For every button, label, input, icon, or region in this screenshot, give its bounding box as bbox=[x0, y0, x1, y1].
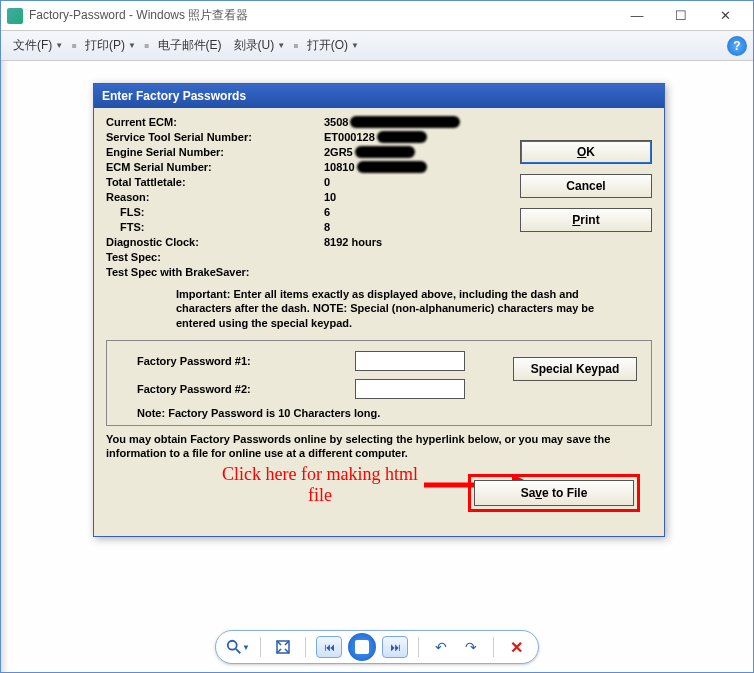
tattletale-value: 0 bbox=[324, 176, 330, 188]
service-tool-value: ET000128 bbox=[324, 131, 427, 143]
fls-label: FLS: bbox=[106, 206, 324, 218]
menu-email[interactable]: 电子邮件(E) bbox=[152, 33, 228, 58]
info-area: Current ECM:3508 Service Tool Serial Num… bbox=[106, 116, 652, 278]
fit-button[interactable] bbox=[271, 635, 295, 659]
menu-burn[interactable]: 刻录(U) ▼ bbox=[228, 33, 292, 58]
prev-button[interactable]: ⏮ bbox=[316, 636, 342, 658]
menu-file[interactable]: 文件(F) ▼ bbox=[7, 33, 69, 58]
app-icon bbox=[7, 8, 23, 24]
diag-clock-value: 8192 hours bbox=[324, 236, 382, 248]
zoom-button[interactable]: ▼ bbox=[226, 635, 250, 659]
password2-label: Factory Password #2: bbox=[121, 383, 355, 395]
toolbar-separator bbox=[418, 637, 419, 657]
ok-button[interactable]: OK bbox=[520, 140, 652, 164]
svg-line-3 bbox=[236, 649, 240, 653]
delete-button[interactable]: ✕ bbox=[504, 635, 528, 659]
skip-next-icon: ⏭ bbox=[390, 641, 401, 653]
dialog-body: Current ECM:3508 Service Tool Serial Num… bbox=[94, 108, 664, 536]
menu-open[interactable]: 打开(O) ▼ bbox=[301, 33, 365, 58]
test-spec-label: Test Spec: bbox=[106, 251, 324, 263]
fit-icon bbox=[275, 639, 291, 655]
fts-value: 8 bbox=[324, 221, 330, 233]
reason-label: Reason: bbox=[106, 191, 324, 203]
current-ecm-value: 3508 bbox=[324, 116, 460, 128]
current-ecm-label: Current ECM: bbox=[106, 116, 324, 128]
viewer-toolbar: ▼ ⏮ ⏭ ↶ ↷ ✕ bbox=[215, 630, 539, 664]
maximize-button[interactable]: ☐ bbox=[659, 2, 703, 30]
important-note: Important: Enter all items exactly as di… bbox=[106, 281, 652, 336]
password1-label: Factory Password #1: bbox=[121, 355, 355, 367]
redacted bbox=[350, 116, 460, 128]
redacted bbox=[357, 161, 427, 173]
test-spec-bs-label: Test Spec with BrakeSaver: bbox=[106, 266, 406, 278]
password-box: Factory Password #1: Factory Password #2… bbox=[106, 340, 652, 426]
svg-point-2 bbox=[228, 641, 237, 650]
menu-separator: ▪ bbox=[144, 37, 150, 55]
toolbar-separator bbox=[493, 637, 494, 657]
chevron-down-icon: ▼ bbox=[55, 41, 63, 50]
save-to-file-highlight: Save to File bbox=[468, 474, 640, 512]
save-to-file-button[interactable]: Save to File bbox=[474, 480, 634, 506]
chevron-down-icon: ▼ bbox=[351, 41, 359, 50]
password-note: Note: Factory Password is 10 Characters … bbox=[121, 407, 637, 419]
ecm-serial-label: ECM Serial Number: bbox=[106, 161, 324, 173]
help-icon[interactable]: ? bbox=[727, 36, 747, 56]
dialog-button-column: OK Cancel Print bbox=[520, 140, 652, 232]
menubar: 文件(F) ▼ ▪ 打印(P) ▼ ▪ 电子邮件(E) 刻录(U) ▼ ▪ 打开… bbox=[1, 31, 753, 61]
rotate-ccw-icon: ↶ bbox=[435, 639, 447, 655]
diag-clock-label: Diagnostic Clock: bbox=[106, 236, 324, 248]
redacted bbox=[377, 131, 427, 143]
slideshow-icon bbox=[355, 640, 369, 654]
window-title: Factory-Password - Windows 照片查看器 bbox=[29, 7, 615, 24]
menu-separator: ▪ bbox=[293, 37, 299, 55]
engine-serial-value: 2GR5 bbox=[324, 146, 415, 158]
tattletale-label: Total Tattletale: bbox=[106, 176, 324, 188]
app-window: Factory-Password - Windows 照片查看器 — ☐ ✕ 文… bbox=[0, 0, 754, 673]
dialog-title: Enter Factory Passwords bbox=[94, 84, 664, 108]
menu-separator: ▪ bbox=[71, 37, 77, 55]
factory-password-dialog: Enter Factory Passwords Current ECM:3508… bbox=[93, 83, 665, 537]
viewer-area: Enter Factory Passwords Current ECM:3508… bbox=[1, 61, 753, 672]
reason-value: 10 bbox=[324, 191, 336, 203]
side-shadow bbox=[1, 61, 9, 672]
toolbar-separator bbox=[260, 637, 261, 657]
service-tool-label: Service Tool Serial Number: bbox=[106, 131, 324, 143]
minimize-button[interactable]: — bbox=[615, 2, 659, 30]
special-keypad-button[interactable]: Special Keypad bbox=[513, 357, 637, 381]
rotate-cw-button[interactable]: ↷ bbox=[459, 635, 483, 659]
titlebar: Factory-Password - Windows 照片查看器 — ☐ ✕ bbox=[1, 1, 753, 31]
print-button[interactable]: Print bbox=[520, 208, 652, 232]
magnifier-icon bbox=[226, 638, 242, 656]
delete-icon: ✕ bbox=[510, 638, 523, 657]
redacted bbox=[355, 146, 415, 158]
menu-print[interactable]: 打印(P) ▼ bbox=[79, 33, 142, 58]
close-button[interactable]: ✕ bbox=[703, 2, 747, 30]
skip-prev-icon: ⏮ bbox=[324, 641, 335, 653]
cancel-button[interactable]: Cancel bbox=[520, 174, 652, 198]
obtain-text: You may obtain Factory Passwords online … bbox=[106, 432, 652, 461]
toolbar-separator bbox=[305, 637, 306, 657]
next-button[interactable]: ⏭ bbox=[382, 636, 408, 658]
fls-value: 6 bbox=[324, 206, 330, 218]
chevron-down-icon: ▼ bbox=[277, 41, 285, 50]
window-controls: — ☐ ✕ bbox=[615, 2, 747, 30]
rotate-cw-icon: ↷ bbox=[465, 639, 477, 655]
password1-input[interactable] bbox=[355, 351, 465, 371]
chevron-down-icon: ▼ bbox=[128, 41, 136, 50]
engine-serial-label: Engine Serial Number: bbox=[106, 146, 324, 158]
rotate-ccw-button[interactable]: ↶ bbox=[429, 635, 453, 659]
ecm-serial-value: 10810 bbox=[324, 161, 427, 173]
fts-label: FTS: bbox=[106, 221, 324, 233]
slideshow-button[interactable] bbox=[348, 633, 376, 661]
password2-input[interactable] bbox=[355, 379, 465, 399]
